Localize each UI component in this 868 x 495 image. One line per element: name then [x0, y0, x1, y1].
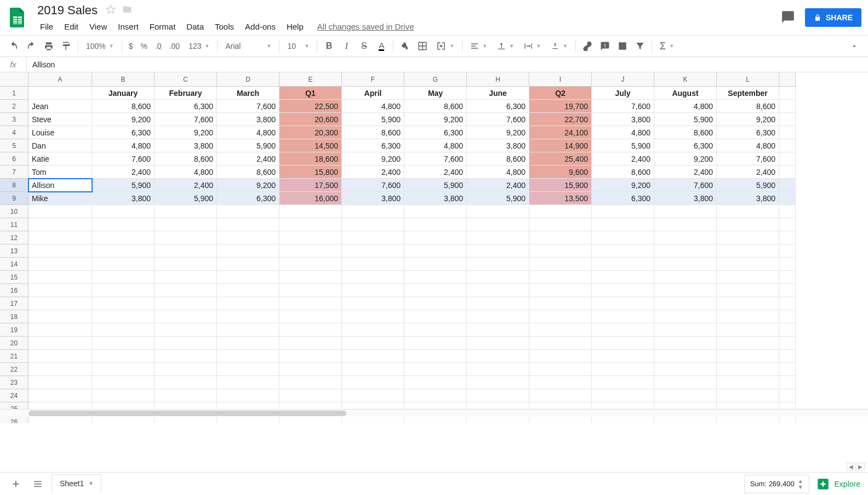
row-header-24[interactable]: 24 [0, 389, 28, 402]
empty-cell[interactable] [28, 231, 92, 244]
empty-cell[interactable] [654, 205, 717, 218]
empty-cell[interactable] [28, 218, 92, 231]
data-cell[interactable]: 2,400 [155, 179, 217, 192]
name-cell[interactable]: Tom [28, 166, 92, 179]
empty-cell[interactable] [92, 231, 155, 244]
data-cell[interactable]: 5,900 [654, 113, 717, 126]
empty-cell[interactable] [404, 218, 467, 231]
empty-cell[interactable] [279, 218, 342, 231]
bold-button[interactable]: B [321, 38, 337, 54]
empty-cell[interactable] [654, 271, 717, 284]
name-cell[interactable]: Dan [28, 139, 92, 152]
empty-cell[interactable] [592, 205, 654, 218]
data-cell[interactable]: 20,300 [279, 126, 342, 139]
row-header-3[interactable]: 3 [0, 113, 28, 126]
data-cell[interactable]: 9,200 [92, 113, 155, 126]
empty-cell[interactable] [28, 416, 92, 423]
empty-cell[interactable] [217, 416, 279, 423]
row-header-4[interactable]: 4 [0, 126, 28, 139]
empty-cell[interactable] [467, 350, 529, 363]
share-button[interactable]: SHARE [805, 8, 861, 27]
menu-format[interactable]: Format [145, 20, 181, 33]
data-cell[interactable]: 14,900 [529, 139, 592, 152]
row-header-19[interactable]: 19 [0, 323, 28, 337]
empty-cell[interactable] [467, 218, 529, 231]
star-icon[interactable] [105, 4, 116, 16]
empty-cell[interactable] [717, 284, 779, 297]
data-cell[interactable]: 2,400 [342, 166, 404, 179]
empty-cell[interactable] [217, 205, 279, 218]
empty-cell[interactable] [467, 271, 529, 284]
data-cell[interactable]: 5,900 [717, 179, 779, 192]
header-cell[interactable]: August [654, 87, 717, 100]
empty-cell[interactable] [717, 323, 779, 337]
empty-cell[interactable] [529, 323, 592, 337]
empty-cell[interactable] [217, 323, 279, 337]
drive-status[interactable]: All changes saved in Drive [317, 22, 414, 31]
empty-cell[interactable] [592, 323, 654, 337]
row-header-14[interactable]: 14 [0, 258, 28, 271]
data-cell[interactable]: 9,200 [404, 113, 467, 126]
data-cell[interactable]: 9,200 [342, 152, 404, 166]
empty-cell[interactable] [217, 231, 279, 244]
empty-cell[interactable] [217, 389, 279, 402]
data-cell[interactable]: 6,300 [155, 100, 217, 113]
strikethrough-button[interactable]: S [356, 38, 372, 54]
empty-cell[interactable] [92, 350, 155, 363]
empty-cell[interactable] [592, 258, 654, 271]
data-cell[interactable]: 8,600 [467, 152, 529, 166]
empty-cell[interactable] [654, 310, 717, 323]
col-header-E[interactable]: E [279, 72, 342, 87]
print-button[interactable] [41, 38, 57, 54]
empty-cell[interactable] [404, 231, 467, 244]
data-cell[interactable]: 8,600 [592, 166, 654, 179]
row-header-10[interactable]: 10 [0, 205, 28, 218]
empty-cell[interactable] [279, 363, 342, 376]
empty-cell[interactable] [342, 271, 404, 284]
data-cell[interactable]: 14,500 [279, 139, 342, 152]
empty-cell[interactable] [467, 231, 529, 244]
data-cell[interactable]: 6,300 [404, 126, 467, 139]
empty-cell[interactable] [404, 205, 467, 218]
sheets-app-icon[interactable] [7, 7, 28, 29]
menu-add-ons[interactable]: Add-ons [240, 20, 281, 33]
empty-cell[interactable] [654, 337, 717, 350]
empty-cell[interactable] [155, 244, 217, 258]
data-cell[interactable]: 3,800 [654, 192, 717, 205]
col-header-D[interactable]: D [217, 72, 279, 87]
header-cell[interactable]: June [467, 87, 529, 100]
data-cell[interactable]: 7,600 [155, 113, 217, 126]
data-cell[interactable]: 5,900 [342, 113, 404, 126]
row-header-5[interactable]: 5 [0, 139, 28, 152]
data-cell[interactable]: 8,600 [654, 126, 717, 139]
empty-cell[interactable] [467, 284, 529, 297]
empty-cell[interactable] [342, 310, 404, 323]
data-cell[interactable]: 7,600 [342, 179, 404, 192]
empty-cell[interactable] [28, 258, 92, 271]
row-header-13[interactable]: 13 [0, 244, 28, 258]
borders-button[interactable] [414, 38, 431, 54]
menu-help[interactable]: Help [282, 20, 309, 33]
empty-cell[interactable] [592, 310, 654, 323]
data-cell[interactable]: 3,800 [92, 192, 155, 205]
empty-cell[interactable] [28, 284, 92, 297]
empty-cell[interactable] [404, 363, 467, 376]
empty-cell[interactable] [654, 363, 717, 376]
data-cell[interactable]: 5,900 [155, 192, 217, 205]
data-cell[interactable]: 6,300 [654, 139, 717, 152]
text-color-button[interactable]: A [373, 38, 390, 54]
empty-cell[interactable] [342, 297, 404, 310]
data-cell[interactable]: 5,900 [467, 192, 529, 205]
empty-cell[interactable] [654, 258, 717, 271]
data-cell[interactable]: 2,400 [654, 166, 717, 179]
empty-cell[interactable] [342, 323, 404, 337]
empty-cell[interactable] [28, 244, 92, 258]
empty-cell[interactable] [529, 337, 592, 350]
format-percent-button[interactable]: % [138, 42, 151, 50]
data-cell[interactable]: 8,600 [217, 166, 279, 179]
empty-cell[interactable] [467, 323, 529, 337]
empty-cell[interactable] [467, 205, 529, 218]
empty-cell[interactable] [467, 297, 529, 310]
empty-cell[interactable] [404, 323, 467, 337]
empty-cell[interactable] [279, 337, 342, 350]
